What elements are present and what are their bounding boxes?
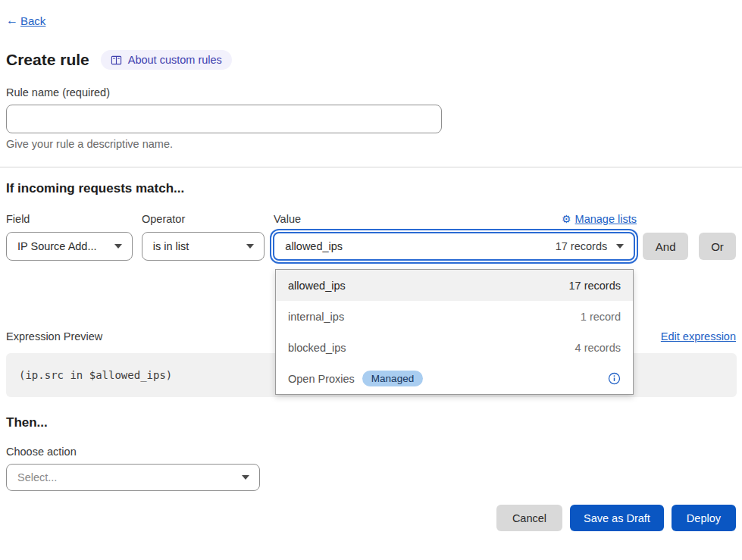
- dropdown-option-internal-ips[interactable]: internal_ips 1 record: [276, 301, 633, 332]
- value-label: Value: [274, 213, 301, 225]
- rule-name-input[interactable]: [6, 105, 442, 133]
- chevron-down-icon: [114, 244, 122, 249]
- section-divider: [0, 167, 742, 167]
- option-meta: 17 records: [568, 280, 621, 292]
- option-name: internal_ips: [288, 311, 344, 323]
- action-select-placeholder: Select...: [17, 471, 57, 483]
- field-label: Field: [6, 213, 142, 225]
- option-meta: 4 records: [575, 342, 621, 354]
- rule-name-label: Rule name (required): [6, 86, 742, 99]
- then-heading: Then...: [6, 415, 742, 430]
- value-dropdown-panel: allowed_ips 17 records internal_ips 1 re…: [275, 269, 634, 395]
- match-heading: If incoming requests match...: [6, 181, 742, 196]
- dropdown-option-open-proxies[interactable]: Open Proxies Managed: [276, 363, 633, 394]
- title-row: Create rule About custom rules: [6, 50, 742, 70]
- edit-expression-link[interactable]: Edit expression: [661, 330, 736, 343]
- option-meta: 1 record: [581, 311, 621, 323]
- chevron-down-icon: [616, 244, 624, 249]
- footer-actions: Cancel Save as Draft Deploy: [0, 505, 736, 531]
- and-button[interactable]: And: [643, 233, 688, 260]
- or-button[interactable]: Or: [699, 233, 736, 260]
- match-section: Field Operator Value ⚙ Manage lists IP S…: [6, 211, 736, 261]
- operator-select-value: is in list: [153, 240, 189, 252]
- action-select[interactable]: Select...: [6, 464, 260, 491]
- match-labels-row: Field Operator Value ⚙ Manage lists: [6, 211, 736, 227]
- about-custom-rules-link[interactable]: About custom rules: [101, 50, 232, 70]
- rule-name-block: Rule name (required) Give your rule a de…: [6, 86, 742, 150]
- info-icon[interactable]: [608, 372, 621, 385]
- match-selects-row: IP Source Add... is in list allowed_ips …: [6, 232, 736, 261]
- dropdown-option-allowed-ips[interactable]: allowed_ips 17 records: [276, 270, 633, 301]
- value-select[interactable]: allowed_ips 17 records: [273, 232, 635, 261]
- rule-name-helper: Give your rule a descriptive name.: [6, 138, 742, 150]
- cancel-button[interactable]: Cancel: [496, 505, 562, 531]
- value-select-meta: 17 records: [556, 240, 608, 252]
- manage-lists-label: Manage lists: [575, 213, 637, 225]
- option-name: Open Proxies: [288, 373, 355, 385]
- back-link[interactable]: ← Back: [6, 14, 45, 27]
- back-arrow-icon: ←: [6, 14, 18, 27]
- back-label: Back: [20, 14, 45, 27]
- about-badge-label: About custom rules: [128, 54, 222, 66]
- option-name: blocked_ips: [288, 342, 346, 354]
- operator-label: Operator: [142, 213, 274, 225]
- manage-lists-link[interactable]: ⚙ Manage lists: [562, 213, 637, 225]
- field-select-value: IP Source Add...: [17, 240, 97, 252]
- chevron-down-icon: [246, 244, 254, 249]
- expression-preview-label: Expression Preview: [6, 330, 102, 343]
- field-select[interactable]: IP Source Add...: [6, 232, 133, 261]
- expression-code: (ip.src in $allowed_ips): [19, 369, 172, 381]
- dropdown-option-blocked-ips[interactable]: blocked_ips 4 records: [276, 332, 633, 363]
- value-select-selected: allowed_ips: [285, 240, 343, 252]
- gear-icon: ⚙: [562, 214, 571, 224]
- book-icon: [111, 55, 122, 66]
- choose-action-label: Choose action: [6, 446, 742, 458]
- operator-select[interactable]: is in list: [142, 232, 265, 261]
- option-name: allowed_ips: [288, 280, 346, 292]
- page-title: Create rule: [6, 51, 89, 69]
- chevron-down-icon: [242, 475, 249, 480]
- deploy-button[interactable]: Deploy: [672, 505, 736, 531]
- managed-badge: Managed: [362, 371, 423, 386]
- save-as-draft-button[interactable]: Save as Draft: [570, 505, 664, 531]
